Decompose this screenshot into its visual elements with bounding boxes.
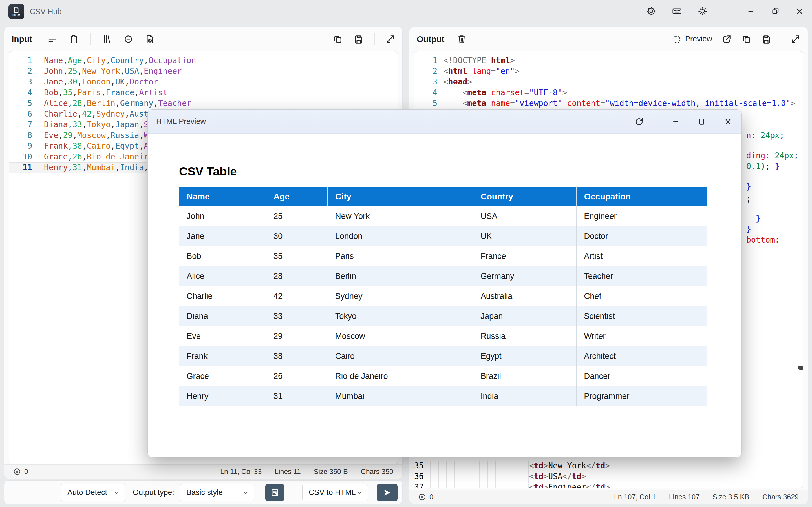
preview-table-cell: Programmer [576,386,707,406]
preview-table-cell: UK [473,226,576,246]
convert-button[interactable] [377,484,398,501]
output-statusbar: 0 Ln 107, Col 1 Lines 107 Size 3.5 KB Ch… [409,490,808,504]
expand-output-icon[interactable] [791,34,801,44]
preview-table-cell: Alice [179,266,266,286]
preview-table-heading: CSV Table [179,165,237,178]
preview-table-cell: Architect [576,346,707,366]
clear-output-icon[interactable] [457,34,467,44]
output-type-label: Output type: [133,481,174,504]
code-editor-line: 37<td>Engineer</td> [414,482,610,488]
output-panel-title: Output [417,34,444,44]
conversion-select-value: CSV to HTML [309,488,356,497]
preview-table-cell: 35 [266,246,327,266]
preview-maximize-button[interactable] [698,110,706,133]
keyboard-icon[interactable] [672,6,682,16]
preview-table-cell: Egypt [473,346,576,366]
preview-table-cell: Frank [179,346,266,366]
preview-table-cell: Berlin [327,266,473,286]
line-number: 5 [414,98,437,109]
preview-table-cell: Charlie [179,286,266,306]
output-char-count: Chars 3629 [762,493,799,501]
app-window: CSV CSV Hub [0,0,812,507]
preview-table-cell: Diana [179,306,266,326]
preview-table-row: John25New YorkUSAEngineer [179,206,707,226]
copy-input-icon[interactable] [333,34,343,44]
html-preview-dialog: HTML Preview CSV Table NameA [147,109,742,457]
preview-table-cell: New York [327,206,473,226]
preview-minimize-button[interactable] [672,110,680,133]
output-cursor-position: Ln 107, Col 1 [614,493,656,501]
line-number: 9 [9,141,32,152]
code-fragment: } [746,213,761,224]
code-editor-line: 2<html lang="en"> [414,66,803,76]
conversion-select[interactable]: CSV to HTML [302,484,368,501]
code-fragment: n: 24px; [746,130,784,141]
paste-clipboard-icon[interactable] [69,34,79,44]
preview-dialog-body: CSV Table NameAgeCityCountryOccupation J… [148,134,741,457]
settings-icon[interactable] [646,6,656,16]
line-number: 3 [414,76,437,87]
window-titlebar: CSV CSV Hub [0,0,812,22]
preview-table-cell: 25 [266,206,327,226]
window-restore-button[interactable] [771,7,780,16]
csv-editor-line: 3Jane,30,London,UK,Doctor [9,76,398,87]
preview-close-button[interactable] [723,110,732,133]
error-count-icon [418,493,426,501]
code-editor-line: 35<td>New York</td> [414,460,610,471]
share-output-icon[interactable] [722,34,732,44]
preview-table-cell: Tokyo [327,306,473,326]
preview-table-cell: USA [473,206,576,226]
library-icon[interactable] [102,34,112,44]
preview-table-cell: Henry [179,386,266,406]
window-minimize-button[interactable] [747,7,756,16]
scrollbar-thumb[interactable] [798,366,803,370]
preview-table: NameAgeCityCountryOccupation John25New Y… [179,187,707,406]
input-statusbar: 0 Ln 11, Col 33 Lines 11 Size 350 B Char… [4,464,402,478]
link-icon[interactable] [123,34,133,44]
input-line-count: Lines 11 [274,467,301,476]
toolbar-divider [374,33,375,45]
preview-table-cell: Jane [179,226,266,246]
line-number: 7 [9,119,32,130]
format-select[interactable]: Auto Detect [61,484,125,501]
preview-table-cell: Brazil [473,366,576,386]
csv-editor-line: 1Name,Age,City,Country,Occupation [9,55,398,66]
code-editor-line: 4 <meta charset="UTF-8"> [414,87,803,98]
toolbar-divider [90,33,91,45]
app-logo-icon: CSV [8,4,24,19]
code-fragment: bottom: [746,235,779,245]
code-fragment: } [746,224,751,235]
preview-table-cell: Sydney [327,286,473,306]
save-output-icon[interactable] [761,34,771,44]
copy-output-icon[interactable] [742,34,752,44]
preview-table-cell: 31 [266,386,327,406]
style-select[interactable]: Basic style [180,484,254,501]
preview-table-cell: France [473,246,576,266]
table-options-icon [270,488,280,497]
expand-input-icon[interactable] [386,34,395,44]
line-number: 2 [9,66,32,76]
theme-light-icon[interactable] [698,6,708,16]
preview-dialog-titlebar[interactable]: HTML Preview [148,110,741,133]
preview-table-cell: London [327,226,473,246]
save-input-icon[interactable] [354,34,364,44]
line-number: 36 [414,471,424,482]
preview-table-row: Bob35ParisFranceArtist [179,246,707,266]
preview-button[interactable]: Preview [672,34,712,44]
import-file-icon[interactable] [145,34,155,44]
preview-table-cell: Writer [576,326,707,346]
preview-table-cell: Paris [327,246,473,266]
preview-table-row: Diana33TokyoJapanScientist [179,306,707,326]
csv-editor-line: 2John,25,New York,USA,Engineer [9,66,398,76]
input-panel-header: Input [4,27,402,51]
indent-guides [430,482,529,488]
preview-refresh-button[interactable] [635,110,644,133]
table-options-button[interactable] [265,484,284,501]
input-cursor-position: Ln 11, Col 33 [220,467,262,476]
app-title: CSV Hub [30,7,62,16]
sample-text-icon[interactable] [47,34,57,44]
window-close-button[interactable] [795,7,804,16]
line-number: 3 [9,76,32,87]
chevron-down-icon [114,490,120,496]
line-number: 4 [9,87,32,98]
